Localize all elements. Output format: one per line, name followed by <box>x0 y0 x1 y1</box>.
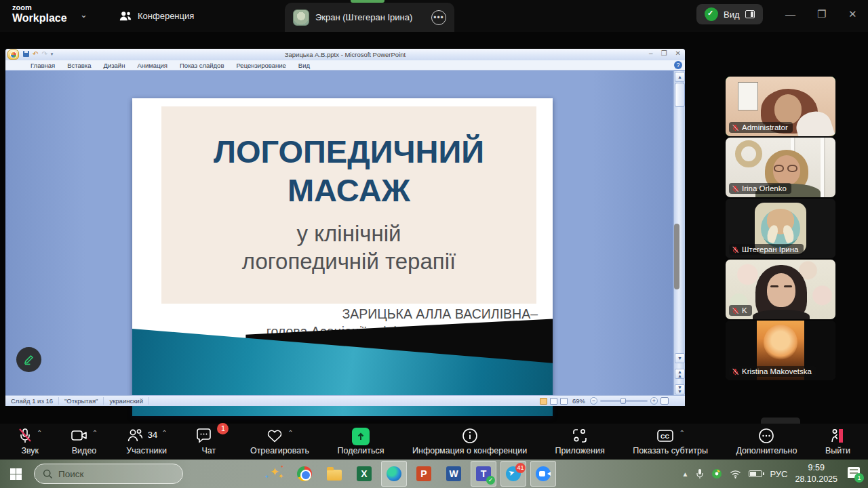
word-icon[interactable]: W <box>441 461 467 487</box>
captions-label: Показать субтитры <box>633 446 708 455</box>
meeting-info-button[interactable]: Информация о конференции <box>412 428 527 455</box>
video-button[interactable]: ⌃ Видео <box>71 428 98 455</box>
tray-expand-chevron-icon[interactable]: ▲ <box>682 470 688 478</box>
wifi-icon[interactable] <box>730 470 741 479</box>
tray-mic-icon[interactable] <box>696 468 704 479</box>
video-camera-icon <box>71 428 88 444</box>
close-button[interactable]: ✕ <box>848 8 857 20</box>
logo-line1: zoom <box>12 4 67 12</box>
captions-chevron-icon[interactable]: ⌃ <box>679 429 684 436</box>
zoom-out-icon[interactable]: − <box>590 397 597 405</box>
taskbar-clock[interactable]: 9:59 28.10.2025 <box>795 462 837 485</box>
scroll-down-icon[interactable]: ▼ <box>675 353 685 363</box>
powerpoint-icon[interactable]: P <box>411 461 437 487</box>
slide-sorter-icon[interactable] <box>550 398 557 405</box>
powerpoint-window: ↶ ↷ ▾ Зарицька А.В.pptx - Microsoft Powe… <box>5 49 685 406</box>
video-chevron-icon[interactable]: ⌃ <box>92 429 98 436</box>
ribbon-tab-animation[interactable]: Анимация <box>131 62 174 69</box>
search-placeholder: Поиск <box>58 469 83 479</box>
ribbon-tab-view[interactable]: Вид <box>292 62 316 69</box>
tab-shared-screen-label: Экран (Штегеран Ірина) <box>315 12 412 22</box>
teams-icon[interactable]: T ✓ <box>471 461 496 487</box>
chrome-icon[interactable] <box>292 461 317 487</box>
fit-to-window-icon[interactable] <box>660 397 669 405</box>
participants-chevron-icon[interactable]: ⌃ <box>161 429 167 436</box>
participants-button[interactable]: 34 ⌃ Участники <box>126 428 167 455</box>
participant-tile-k[interactable]: K <box>726 260 835 319</box>
chat-label: Чат <box>201 446 216 455</box>
annotate-button[interactable] <box>16 347 41 372</box>
system-tray: ▲ РУС 9:59 28.10.2025 1 <box>682 462 868 485</box>
participant-tile-shtegeran-irina[interactable]: Штегеран Ірина <box>726 199 835 258</box>
antivirus-icon[interactable] <box>711 468 722 479</box>
share-view-scrollbar[interactable] <box>674 224 679 289</box>
ribbon-tab-insert[interactable]: Вставка <box>61 62 97 69</box>
view-button[interactable]: Вид <box>696 4 763 24</box>
slide-title-block: ЛОГОПЕДИЧНИЙ МАСАЖ у клінічній логопедич… <box>161 106 536 304</box>
zoom-app-icon[interactable] <box>530 461 556 487</box>
scrollbar-thumb[interactable] <box>675 83 685 107</box>
telegram-icon[interactable]: 41 <box>500 461 526 487</box>
ppt-ribbon-tabs: Главная Вставка Дизайн Анимация Показ сл… <box>5 60 685 70</box>
chat-button[interactable]: 1 ⌃ Чат <box>195 428 222 455</box>
ppt-status-bar: Слайд 1 из 16 "Открытая" украинский 69% … <box>5 395 685 406</box>
audio-button[interactable]: ⌃ Звук <box>18 428 42 455</box>
copilot-icon[interactable]: ✦ ✦ ✦ ● <box>262 461 288 487</box>
ribbon-tab-review[interactable]: Рецензирование <box>230 62 292 69</box>
participant-tile-administrator[interactable]: Administrator <box>726 77 835 136</box>
help-icon[interactable]: ? <box>674 61 682 69</box>
restore-button[interactable]: ❐ <box>817 8 826 20</box>
heart-icon <box>266 428 283 444</box>
leave-meeting-icon <box>829 428 846 444</box>
view-button-label: Вид <box>724 9 740 20</box>
tab-shared-screen[interactable]: Экран (Штегеран Ірина) ••• <box>285 3 454 32</box>
leave-button[interactable]: Выйти <box>825 428 850 455</box>
participants-icon <box>119 10 132 22</box>
next-slide-icon[interactable]: ▼▼ <box>675 384 685 394</box>
apps-button[interactable]: Приложения <box>555 428 605 455</box>
react-chevron-icon[interactable]: ⌃ <box>288 429 293 436</box>
slide-canvas: ЛОГОПЕДИЧНИЙ МАСАЖ у клінічній логопедич… <box>132 98 553 416</box>
ppt-restore-button[interactable]: ❐ <box>661 49 667 57</box>
ppt-workspace: ЛОГОПЕДИЧНИЙ МАСАЖ у клінічній логопедич… <box>5 71 673 395</box>
clock-time: 9:59 <box>795 462 837 474</box>
tab-options-icon[interactable]: ••• <box>431 10 446 25</box>
zoom-in-icon[interactable]: + <box>650 397 658 405</box>
start-button[interactable] <box>0 460 31 488</box>
ppt-close-button[interactable]: ✕ <box>675 49 681 57</box>
teams-status-badge: ✓ <box>486 476 495 485</box>
participants-count: 34 <box>148 430 157 440</box>
zoom-workplace-logo: zoom Workplace <box>12 4 67 24</box>
captions-button[interactable]: CC ⌃ Показать субтитры <box>633 428 708 455</box>
ppt-minimize-button[interactable]: – <box>649 49 653 57</box>
minimize-button[interactable]: — <box>785 8 795 20</box>
react-button[interactable]: ⌃ Отреагировать <box>250 428 309 455</box>
share-screen-icon <box>352 428 370 445</box>
ribbon-tab-slideshow[interactable]: Показ слайдов <box>174 62 230 69</box>
participant-tile-irina-orlenko[interactable]: Irina Orlenko <box>726 138 835 197</box>
edge-icon[interactable] <box>381 461 407 487</box>
audio-chevron-icon[interactable]: ⌃ <box>37 429 42 436</box>
normal-view-icon[interactable] <box>540 398 547 405</box>
participant-name-badge: Штегеран Ірина <box>729 244 804 255</box>
zoom-slider[interactable] <box>600 400 648 402</box>
excel-icon[interactable]: X <box>351 461 377 487</box>
share-screen-button[interactable]: Поделиться <box>338 428 384 455</box>
participant-name: Irina Orlenko <box>742 184 787 192</box>
slideshow-view-icon[interactable] <box>560 398 568 405</box>
taskbar-search-input[interactable]: Поиск <box>34 464 183 484</box>
notification-center-icon[interactable]: 1 <box>845 467 861 481</box>
battery-icon[interactable] <box>749 470 762 477</box>
participant-tile-kristina-makovetska[interactable]: Kristina Makovetska <box>726 321 835 380</box>
file-explorer-icon[interactable] <box>321 461 347 487</box>
previous-slide-icon[interactable]: ▲▲ <box>675 369 685 379</box>
tab-conference[interactable]: Конференция <box>119 0 194 32</box>
scroll-up-icon[interactable]: ▲ <box>675 72 685 82</box>
ribbon-tab-home[interactable]: Главная <box>24 62 61 69</box>
more-button[interactable]: Дополнительно <box>736 428 797 455</box>
language-indicator[interactable]: РУС <box>770 469 787 479</box>
workspace-chevron-down-icon[interactable]: ⌄ <box>80 9 87 20</box>
participant-name: Kristina Makovetska <box>742 367 812 375</box>
screen-share-avatar <box>293 9 309 26</box>
ribbon-tab-design[interactable]: Дизайн <box>97 62 131 69</box>
